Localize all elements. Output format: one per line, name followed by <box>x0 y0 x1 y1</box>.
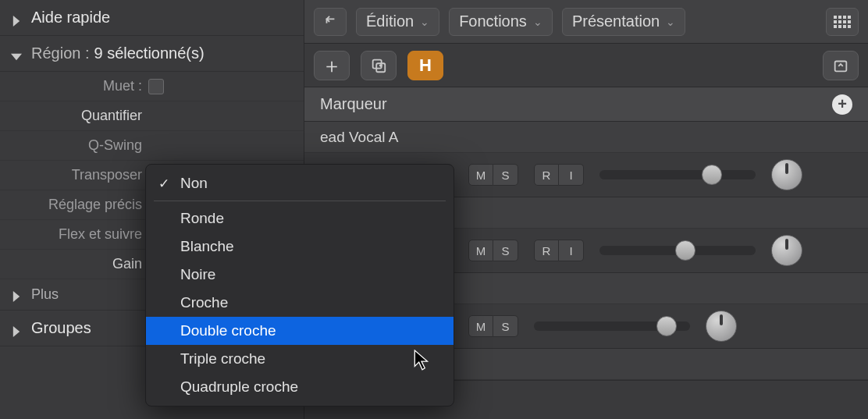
duplicate-track-button[interactable] <box>361 51 397 80</box>
input-button[interactable]: I <box>559 240 584 261</box>
view-menu[interactable]: Présentation ⌄ <box>562 8 685 36</box>
chevron-right-icon <box>11 289 22 300</box>
quick-help-row[interactable]: Aide rapide <box>0 0 304 36</box>
quantize-dropdown[interactable]: NonRondeBlancheNoireCrocheDouble crocheT… <box>145 164 454 407</box>
quick-help-label: Aide rapide <box>31 9 110 27</box>
return-up-icon <box>323 15 337 29</box>
button-group: MS <box>468 240 518 261</box>
actionbar: ＋ H <box>304 44 868 87</box>
h-button[interactable]: H <box>407 51 443 80</box>
dropdown-separator <box>154 201 446 201</box>
record-button[interactable]: R <box>534 164 559 186</box>
add-marker-button[interactable]: + <box>832 94 852 115</box>
record-button[interactable]: R <box>534 240 559 261</box>
plus-icon: + <box>838 95 847 113</box>
region-label: Région : <box>31 44 90 62</box>
functions-menu[interactable]: Fonctions ⌄ <box>449 8 553 36</box>
marker-row: Marqueur + <box>304 87 868 122</box>
volume-slider[interactable] <box>534 321 690 331</box>
chevron-down-icon: ⌄ <box>533 16 542 28</box>
duplicate-icon <box>370 57 387 74</box>
dropdown-item[interactable]: Blanche <box>146 233 454 261</box>
param-qswing[interactable]: Q-Swing <box>0 131 304 161</box>
mute-button[interactable]: M <box>468 240 493 261</box>
dropdown-item[interactable]: Double croche <box>146 317 454 345</box>
add-track-button[interactable]: ＋ <box>314 51 350 80</box>
svg-rect-2 <box>835 61 847 71</box>
grid-icon <box>834 16 851 28</box>
chevron-down-icon <box>11 48 22 59</box>
button-group: RI <box>534 164 584 186</box>
param-mute[interactable]: Muet : <box>0 72 304 101</box>
volume-slider[interactable] <box>599 246 756 255</box>
chevron-down-icon: ⌄ <box>420 16 429 28</box>
volume-slider[interactable] <box>599 170 756 179</box>
h-label: H <box>419 55 432 76</box>
dropdown-item[interactable]: Croche <box>146 289 454 317</box>
popout-icon <box>832 57 849 74</box>
grid-view-button[interactable] <box>826 8 859 36</box>
region-row[interactable]: Région : 9 sélectionné(s) <box>0 36 304 72</box>
mute-button[interactable]: M <box>468 164 493 186</box>
chevron-down-icon: ⌄ <box>666 16 675 28</box>
button-group: MS <box>468 164 518 186</box>
up-arrow-button[interactable] <box>314 8 347 36</box>
dropdown-item[interactable]: Triple croche <box>146 345 454 373</box>
solo-button[interactable]: S <box>493 315 518 337</box>
groups-label: Groupes <box>31 319 91 337</box>
chevron-right-icon <box>11 323 22 334</box>
dropdown-item[interactable]: Quadruple croche <box>146 373 454 401</box>
region-count: 9 sélectionné(s) <box>94 44 205 62</box>
mute-button[interactable]: M <box>468 315 493 337</box>
popout-button[interactable] <box>823 51 859 80</box>
param-quantize[interactable]: Quantifier <box>0 101 304 131</box>
mute-checkbox[interactable] <box>148 79 164 94</box>
plus-icon: ＋ <box>322 55 342 76</box>
chevron-right-icon <box>11 12 22 23</box>
dropdown-item[interactable]: Non <box>146 169 454 197</box>
marker-label: Marqueur <box>320 95 387 113</box>
dropdown-item[interactable]: Noire <box>146 261 454 289</box>
input-button[interactable]: I <box>559 164 584 186</box>
plus-label: Plus <box>31 286 59 303</box>
button-group: RI <box>534 240 584 261</box>
edit-menu[interactable]: Édition ⌄ <box>356 8 439 36</box>
solo-button[interactable]: S <box>493 240 518 261</box>
button-group: MS <box>468 315 518 337</box>
pan-knob[interactable] <box>706 311 737 342</box>
pan-knob[interactable] <box>771 159 802 190</box>
solo-button[interactable]: S <box>493 164 518 186</box>
dropdown-item[interactable]: Ronde <box>146 204 454 233</box>
track-name: ead Vocal A <box>304 122 868 153</box>
pan-knob[interactable] <box>771 235 802 266</box>
toolbar: Édition ⌄ Fonctions ⌄ Présentation ⌄ <box>304 0 868 44</box>
